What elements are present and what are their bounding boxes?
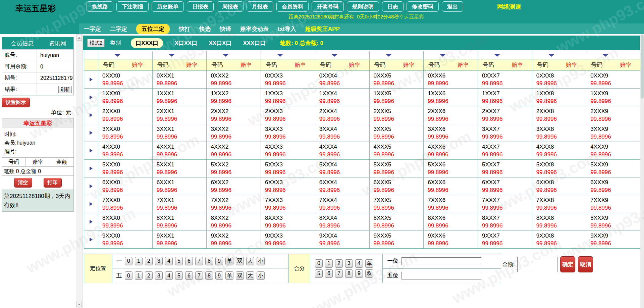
key-button-单[interactable]: 单 [225, 257, 233, 265]
bet-cell[interactable]: 4XXX299.8996 [207, 142, 261, 160]
bet-cell[interactable]: 2XXX699.8996 [424, 106, 478, 124]
bet-cell[interactable]: 9XXX799.8996 [478, 231, 532, 249]
key-button-9[interactable]: 9 [215, 271, 223, 280]
bet-cell[interactable]: 2XXX799.8996 [478, 106, 532, 124]
bet-cell[interactable]: 8XXX999.8996 [586, 213, 640, 231]
tab-一字定[interactable]: 一字定 [84, 25, 101, 33]
key-button-4[interactable]: 4 [165, 257, 173, 265]
sum-key-button-0[interactable]: 0 [315, 259, 323, 268]
nav-button-日志[interactable]: 日志 [382, 1, 404, 12]
network-speed-link[interactable]: 网络测速 [497, 3, 521, 11]
bet-cell[interactable]: 9XXX399.8996 [261, 231, 315, 249]
page-scrollbar[interactable] [640, 34, 644, 308]
chevron-down-icon[interactable] [223, 54, 229, 57]
bet-cell[interactable]: 1XXX199.8996 [153, 89, 207, 106]
bet-cell[interactable]: 7XXX499.8996 [315, 195, 370, 213]
chevron-down-icon[interactable] [169, 54, 175, 57]
pattern-tab-XX口X口[interactable]: XX口X口 [209, 39, 231, 47]
key-button-3[interactable]: 3 [155, 271, 163, 280]
key-button-小[interactable]: 小 [257, 257, 265, 265]
bet-cell[interactable]: 8XXX699.8996 [424, 213, 478, 231]
bet-cell[interactable]: 1XXX799.8996 [478, 89, 532, 106]
bet-cell[interactable]: 5XXX399.8996 [261, 160, 315, 177]
key-button-2[interactable]: 2 [145, 271, 153, 280]
bet-cell[interactable]: 4XXX999.8996 [586, 142, 640, 160]
chevron-down-icon[interactable] [331, 54, 337, 57]
bet-cell[interactable]: 1XXX599.8996 [370, 89, 424, 106]
bet-cell[interactable]: 4XXX399.8996 [261, 142, 315, 160]
bet-cell[interactable]: 2XXX899.8996 [532, 106, 587, 124]
bet-cell[interactable]: 5XXX199.8996 [153, 160, 207, 177]
sum-key-button-8[interactable]: 8 [345, 269, 353, 278]
bet-cell[interactable]: 5XXX299.8996 [207, 160, 261, 177]
bet-cell[interactable]: 4XXX599.8996 [370, 142, 424, 160]
bet-cell[interactable]: 8XXX099.8996 [98, 213, 153, 231]
bet-cell[interactable]: 5XXX999.8996 [586, 160, 640, 177]
bet-cell[interactable]: 0XXX299.8996 [207, 71, 261, 89]
bet-cell[interactable]: 7XXX299.8996 [207, 195, 261, 213]
key-button-大[interactable]: 大 [246, 257, 254, 265]
bet-cell[interactable]: 9XXX499.8996 [315, 231, 370, 249]
bet-cell[interactable]: 6XXX199.8996 [153, 177, 207, 195]
key-button-8[interactable]: 8 [205, 271, 213, 280]
bet-cell[interactable]: 3XXX999.8996 [586, 124, 640, 142]
sum-key-button-1[interactable]: 1 [325, 259, 333, 268]
bet-cell[interactable]: 3XXX699.8996 [424, 124, 478, 142]
nav-button-日报表[interactable]: 日报表 [187, 1, 214, 12]
sum-key-button-双[interactable]: 双 [365, 269, 373, 278]
bet-cell[interactable]: 3XXX299.8996 [207, 124, 261, 142]
nav-button-规则说明[interactable]: 规则说明 [347, 1, 379, 12]
chevron-down-icon[interactable] [602, 54, 608, 57]
clear-button[interactable]: 清空 [14, 178, 32, 188]
tab-赔率变动表[interactable]: 赔率变动表 [240, 25, 269, 33]
scroll-up-button[interactable] [76, 35, 82, 41]
chevron-down-icon[interactable] [494, 54, 500, 57]
print-button[interactable]: 打印 [44, 178, 62, 188]
key-button-1[interactable]: 1 [135, 257, 143, 265]
bet-cell[interactable]: 1XXX399.8996 [261, 89, 315, 106]
bet-cell[interactable]: 6XXX399.8996 [261, 177, 315, 195]
bet-cell[interactable]: 5XXX499.8996 [315, 160, 370, 177]
bet-cell[interactable]: 4XXX499.8996 [315, 142, 370, 160]
nav-button-月报表[interactable]: 月报表 [247, 1, 273, 12]
pattern-tab-XXX口口[interactable]: XXX口口 [243, 39, 266, 47]
nav-button-换线路[interactable]: 换线路 [87, 1, 113, 12]
bet-cell[interactable]: 9XXX999.8996 [586, 231, 640, 249]
position-input-五位[interactable] [401, 272, 481, 279]
member-info-tab[interactable]: 会员信息 [11, 40, 34, 47]
pattern-tab-口XXX口[interactable]: 口XXX口 [131, 38, 163, 48]
position-input-一位[interactable] [401, 257, 481, 265]
bet-cell[interactable]: 4XXX199.8996 [153, 142, 207, 160]
bet-cell[interactable]: 1XXX299.8996 [207, 89, 261, 106]
bet-cell[interactable]: 5XXX699.8996 [424, 160, 478, 177]
bet-cell[interactable]: 7XXX999.8996 [586, 195, 640, 213]
bet-cell[interactable]: 0XXX199.8996 [153, 71, 207, 89]
key-button-7[interactable]: 7 [195, 271, 203, 280]
bet-cell[interactable]: 8XXX299.8996 [207, 213, 261, 231]
bet-cell[interactable]: 3XXX499.8996 [315, 124, 370, 142]
sum-key-button-单[interactable]: 单 [365, 259, 373, 268]
bet-cell[interactable]: 2XXX299.8996 [207, 106, 261, 124]
key-button-3[interactable]: 3 [155, 257, 163, 265]
bet-cell[interactable]: 9XXX899.8996 [532, 231, 587, 249]
mode-button[interactable]: 模式2 [87, 39, 105, 47]
bet-cell[interactable]: 1XXX999.8996 [586, 89, 640, 106]
key-button-小[interactable]: 小 [257, 271, 265, 280]
bet-cell[interactable]: 7XXX199.8996 [153, 195, 207, 213]
bet-cell[interactable]: 1XXX899.8996 [532, 89, 587, 106]
bet-cell[interactable]: 2XXX499.8996 [315, 106, 370, 124]
sum-key-button-4[interactable]: 4 [355, 259, 363, 268]
sidebar-scrollbar[interactable] [76, 34, 83, 308]
chevron-down-icon[interactable] [386, 54, 392, 57]
scroll-down-button[interactable] [76, 302, 82, 307]
bet-cell[interactable]: 7XXX099.8996 [98, 195, 153, 213]
key-button-0[interactable]: 0 [125, 271, 132, 280]
key-button-7[interactable]: 7 [195, 257, 203, 265]
bet-cell[interactable]: 3XXX899.8996 [532, 124, 587, 142]
chevron-down-icon[interactable] [114, 54, 120, 57]
nav-button-修改密码[interactable]: 修改密码 [407, 1, 439, 12]
bet-cell[interactable]: 0XXX399.8996 [261, 71, 315, 89]
bet-cell[interactable]: 7XXX699.8996 [424, 195, 478, 213]
bet-cell[interactable]: 7XXX799.8996 [478, 195, 532, 213]
bet-cell[interactable]: 3XXX799.8996 [478, 124, 532, 142]
